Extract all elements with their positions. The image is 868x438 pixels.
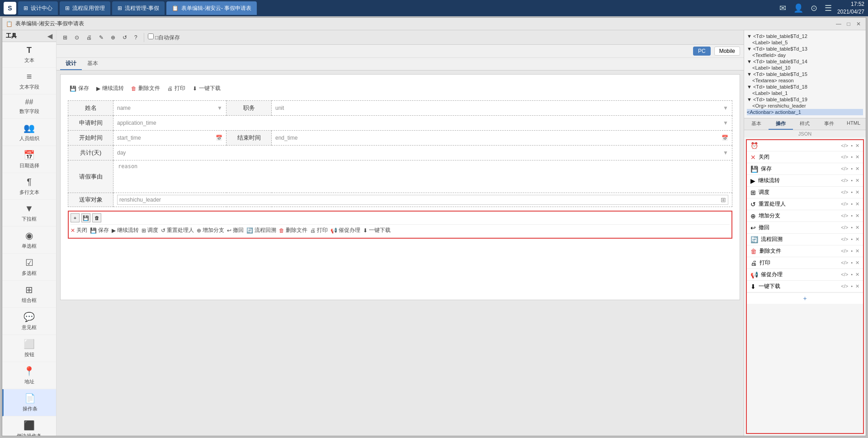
tree-item-textfield-day[interactable]: <Textfield> day — [747, 52, 863, 58]
app-logo[interactable]: S — [4, 2, 16, 14]
action-sched-x[interactable]: ✕ — [855, 189, 859, 195]
action-add-row[interactable]: + — [747, 292, 863, 304]
action-close-x[interactable]: ✕ — [855, 154, 859, 160]
action-dot-icon[interactable]: • — [851, 143, 853, 149]
help-icon[interactable]: ⊙ — [811, 3, 817, 13]
tab-process-app[interactable]: ⊞ 流程应用管理 — [60, 1, 110, 15]
action-save-x[interactable]: ✕ — [855, 166, 859, 172]
action-urge[interactable]: 📢 催促办理 — [330, 226, 360, 234]
sidebar-item-side-action[interactable]: ⬛ 侧边操作条 — [2, 416, 56, 436]
sidebar-item-radio[interactable]: ◉ 单选框 — [2, 226, 56, 254]
action-branch-dot[interactable]: • — [851, 213, 853, 219]
action-branch-code[interactable]: </> — [841, 213, 848, 219]
action-row-reset-handler[interactable]: ↺ 重置处理人 </> • ✕ — [747, 198, 863, 210]
right-tab-html[interactable]: HTML — [841, 118, 866, 130]
actionbar-delete-btn[interactable]: 🗑 — [92, 213, 101, 222]
reason-textarea[interactable]: reason — [117, 162, 728, 189]
form-delete-btn[interactable]: 🗑 删除文件 — [129, 84, 162, 93]
action-schedule[interactable]: ⊞ 调度 — [142, 226, 158, 234]
tab-base[interactable]: 基本 — [82, 58, 104, 70]
input-recipient[interactable]: renshichu_leader ⊞ — [113, 193, 732, 207]
action-del-dot[interactable]: • — [851, 248, 853, 254]
action-print[interactable]: 🖨 打印 — [310, 226, 328, 234]
action-revoke-code[interactable]: </> — [841, 225, 848, 231]
action-row-clock[interactable]: ⏰ </> • ✕ — [747, 140, 863, 151]
action-row-save[interactable]: 💾 保存 </> • ✕ — [747, 163, 863, 175]
form-canvas[interactable]: 💾 保存 ▶ 继续流转 🗑 删除文件 🖨 — [57, 71, 744, 436]
action-reset-handler[interactable]: ↺ 重置处理人 — [161, 226, 194, 234]
tree-item-td19[interactable]: ▼ <Td> table_table$Td_19 — [747, 96, 863, 103]
action-close-dot[interactable]: • — [851, 154, 853, 160]
input-apptime[interactable]: application_time ▼ — [113, 116, 732, 131]
action-revoke-dot[interactable]: • — [851, 225, 853, 231]
action-urge-code[interactable]: </> — [841, 272, 848, 278]
action-continue[interactable]: ▶ 继续流转 — [112, 226, 139, 234]
form-print-btn[interactable]: 🖨 打印 — [165, 84, 187, 93]
tree-item-td15[interactable]: ▼ <Td> table_table$Td_15 — [747, 71, 863, 77]
toolbar-print-btn[interactable]: 🖨 — [84, 33, 94, 42]
action-revoke[interactable]: ↩ 撤回 — [227, 226, 244, 234]
action-branch-x[interactable]: ✕ — [855, 213, 859, 219]
sidebar-item-textfield[interactable]: ≡ 文本字段 — [2, 68, 56, 94]
tree-item-td12[interactable]: ▼ <Td> table_table$Td_12 — [747, 33, 863, 39]
tree-item-label1[interactable]: <Label> label_1 — [747, 90, 863, 96]
action-download[interactable]: ⬇ 一键下载 — [363, 226, 391, 234]
right-tab-style[interactable]: 样式 — [793, 118, 817, 130]
action-flow-loop[interactable]: 🔄 流程回溯 — [246, 226, 276, 234]
right-tab-base[interactable]: 基本 — [744, 118, 769, 130]
action-urge-x[interactable]: ✕ — [855, 272, 859, 278]
action-loop-dot[interactable]: • — [851, 236, 853, 242]
toolbar-help-btn[interactable]: ? — [132, 33, 140, 42]
maximize-btn[interactable]: □ — [845, 20, 852, 28]
tree-item-label5[interactable]: <Label> label_5 — [747, 39, 863, 46]
toolbar-eye-btn[interactable]: ⊙ — [72, 33, 82, 42]
tree-item-td13[interactable]: ▼ <Td> table_table$Td_13 — [747, 46, 863, 52]
form-continue-btn[interactable]: ▶ 继续流转 — [94, 84, 126, 93]
org-selector[interactable]: renshichu_leader ⊞ — [117, 195, 728, 205]
action-del-code[interactable]: </> — [841, 248, 848, 254]
action-cont-code[interactable]: </> — [841, 178, 848, 184]
action-reset-x[interactable]: ✕ — [855, 201, 859, 207]
action-add-branch[interactable]: ⊕ 增加分支 — [197, 226, 224, 234]
sidebar-item-checkbox[interactable]: ☑ 多选框 — [2, 254, 56, 281]
toolbar-grid-btn[interactable]: ⊞ — [60, 33, 70, 42]
form-download-btn[interactable]: ⬇ 一键下载 — [191, 84, 222, 93]
input-totaldays[interactable]: day ▼ — [113, 146, 732, 160]
action-x-icon[interactable]: ✕ — [855, 143, 859, 149]
sidebar-item-text[interactable]: T 文本 — [2, 42, 56, 68]
minimize-btn[interactable]: — — [835, 20, 842, 28]
action-close-code[interactable]: </> — [841, 154, 848, 160]
action-save-code[interactable]: </> — [841, 166, 848, 172]
action-loop-x[interactable]: ✕ — [855, 236, 859, 242]
action-save-dot[interactable]: • — [851, 166, 853, 172]
action-row-urge[interactable]: 📢 催促办理 </> • ✕ — [747, 269, 863, 281]
tab-form-editor[interactable]: 📋 表单编辑-湘安云- 事假申请表 — [166, 1, 257, 15]
tree-item-label10[interactable]: <Label> label_10 — [747, 65, 863, 71]
right-tab-event[interactable]: 事件 — [817, 118, 841, 130]
action-row-close[interactable]: ✕ 关闭 </> • ✕ — [747, 151, 863, 163]
action-row-revoke[interactable]: ↩ 撤回 </> • ✕ — [747, 222, 863, 234]
right-tab-action[interactable]: 操作 — [769, 118, 793, 130]
action-dl-dot[interactable]: • — [851, 283, 853, 289]
action-row-download[interactable]: ⬇ 一键下载 </> • ✕ — [747, 281, 863, 292]
mail-icon[interactable]: ✉ — [779, 3, 786, 13]
action-sched-dot[interactable]: • — [851, 189, 853, 195]
action-urge-dot[interactable]: • — [851, 272, 853, 278]
action-dl-code[interactable]: </> — [841, 283, 848, 289]
mobile-btn[interactable]: Mobile — [714, 47, 740, 56]
action-reset-code[interactable]: </> — [841, 201, 848, 207]
actionbar-save-btn[interactable]: 💾 — [81, 213, 90, 222]
sidebar-item-org[interactable]: 👥 人员组织 — [2, 119, 56, 146]
toolbar-add-btn[interactable]: ⊕ — [108, 33, 118, 42]
tree-item-td14[interactable]: ▼ <Td> table_table$Td_14 — [747, 58, 863, 65]
action-cont-dot[interactable]: • — [851, 178, 853, 184]
autosave-checkbox[interactable] — [148, 33, 154, 39]
sidebar-item-address[interactable]: 📍 地址 — [2, 362, 56, 389]
tree-item-actionbar1[interactable]: <Actionbar> actionbar_1 — [747, 109, 863, 115]
sidebar-item-numberfield[interactable]: ## 数字字段 — [2, 94, 56, 119]
action-revoke-x[interactable]: ✕ — [855, 225, 859, 231]
sidebar-collapse-btn[interactable]: ◀ — [47, 33, 52, 40]
autosave-checkbox-label[interactable]: □自动保存 — [148, 33, 180, 42]
action-delete-file[interactable]: 🗑 删除文件 — [279, 226, 307, 234]
sidebar-item-opinion[interactable]: 💬 意见框 — [2, 308, 56, 335]
